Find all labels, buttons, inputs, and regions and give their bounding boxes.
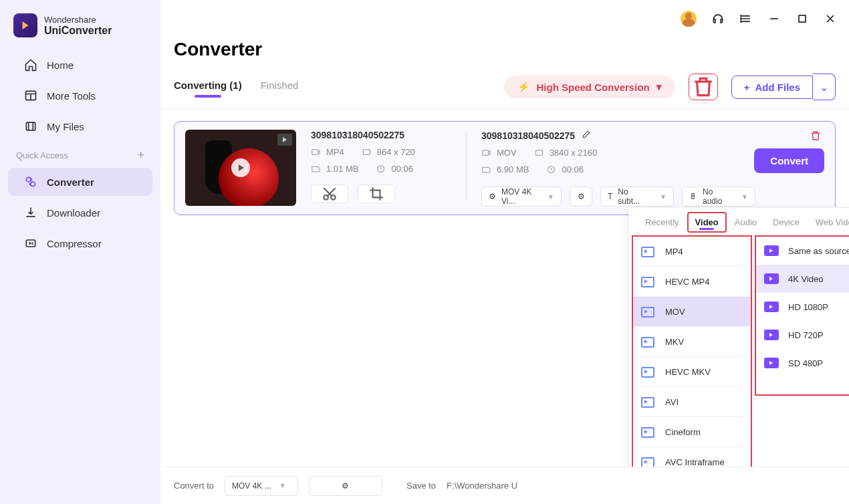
folder-icon bbox=[24, 120, 37, 133]
audio-icon: 🎚 bbox=[689, 192, 697, 201]
gear-icon: ⚙ bbox=[489, 192, 496, 201]
video-badge-icon bbox=[277, 134, 292, 146]
sidebar-item-label: Home bbox=[47, 59, 74, 71]
format-option[interactable]: MKV bbox=[633, 327, 751, 357]
convert-button[interactable]: Convert bbox=[754, 148, 824, 173]
format-option[interactable]: Cineform bbox=[633, 417, 751, 447]
tab-converting[interactable]: Converting (1) bbox=[174, 80, 242, 95]
format-icon bbox=[641, 305, 656, 318]
sidebar-item-myfiles[interactable]: My Files bbox=[8, 112, 152, 140]
subtitle-dropdown[interactable]: TNo subt...▼ bbox=[600, 186, 674, 207]
support-icon[interactable] bbox=[711, 12, 725, 25]
dp-tab-video[interactable]: Video bbox=[687, 212, 727, 233]
resolution-option[interactable]: HD 720P1280 x 720 bbox=[756, 321, 849, 349]
resolution-icon bbox=[764, 245, 779, 256]
svg-rect-1 bbox=[26, 122, 35, 130]
tab-finished[interactable]: Finished bbox=[261, 80, 299, 95]
video-icon bbox=[311, 147, 321, 157]
source-info: 309810318040502275 MP4 864 x 720 1.01 MB… bbox=[311, 130, 451, 203]
menu-icon[interactable] bbox=[739, 12, 753, 25]
format-list: MP4 HEVC MP4 MOV MKV HEVC MKV AVI Cinefo… bbox=[632, 235, 752, 479]
gear-icon: ⚙ bbox=[342, 481, 349, 491]
sidebar-item-label: More Tools bbox=[47, 90, 96, 102]
svg-rect-9 bbox=[312, 150, 318, 155]
chevron-down-icon: ▼ bbox=[548, 193, 554, 201]
brand-line1: Wondershare bbox=[44, 15, 112, 25]
dp-tab-device[interactable]: Device bbox=[765, 212, 808, 233]
output-filename: 309810318040502275 bbox=[481, 130, 575, 141]
save-to-label: Save to bbox=[406, 481, 436, 491]
format-icon bbox=[641, 275, 656, 287]
sidebar-item-compressor[interactable]: Compressor bbox=[8, 229, 152, 257]
format-selector-panel: Recently Video Audio Device Web Video 🔍S… bbox=[628, 207, 849, 482]
sidebar-item-converter[interactable]: Converter bbox=[8, 168, 152, 196]
gear-icon: ⚙ bbox=[578, 192, 585, 201]
titlebar bbox=[681, 11, 837, 27]
compress-icon bbox=[24, 237, 37, 250]
settings-button[interactable]: ⚙ bbox=[570, 186, 592, 207]
format-icon bbox=[641, 396, 656, 408]
add-quick-icon[interactable]: + bbox=[137, 148, 144, 162]
chevron-down-icon: ▼ bbox=[660, 193, 666, 201]
resolution-option[interactable]: HD 1080P1920 x 1080 bbox=[756, 293, 849, 321]
resolution-icon bbox=[764, 358, 779, 368]
footer-format-dropdown[interactable]: MOV 4K ...▼ bbox=[225, 476, 298, 496]
download-icon bbox=[24, 206, 37, 219]
resolution-icon bbox=[764, 273, 779, 284]
format-option[interactable]: HEVC MP4 bbox=[633, 267, 751, 297]
svg-rect-14 bbox=[483, 150, 489, 156]
save-path[interactable]: F:\Wondershare U bbox=[447, 481, 517, 491]
resolution-option[interactable]: SD 480P640 x 480 bbox=[756, 349, 849, 377]
format-dropdown[interactable]: ⚙MOV 4K Vi...▼ bbox=[481, 186, 562, 207]
maximize-icon[interactable] bbox=[796, 12, 809, 25]
svg-point-7 bbox=[741, 21, 742, 22]
dp-tab-webvideo[interactable]: Web Video bbox=[808, 212, 849, 233]
audio-dropdown[interactable]: 🎚No audio▼ bbox=[682, 186, 755, 207]
add-files-group: + Add Files ⌄ bbox=[731, 74, 836, 100]
bolt-icon: ⚡ bbox=[517, 81, 530, 93]
resolution-option[interactable]: 4K Video3840 x 2160 bbox=[756, 265, 849, 293]
trim-button[interactable] bbox=[311, 184, 348, 203]
dp-tab-audio[interactable]: Audio bbox=[727, 212, 765, 233]
edit-name-icon[interactable] bbox=[582, 130, 591, 139]
chevron-down-icon: ▼ bbox=[741, 193, 748, 201]
svg-rect-8 bbox=[799, 15, 806, 22]
play-icon[interactable] bbox=[231, 158, 250, 177]
clock-icon bbox=[376, 164, 386, 174]
delete-file-button[interactable] bbox=[810, 130, 822, 144]
format-icon bbox=[641, 366, 656, 378]
dp-tab-recently[interactable]: Recently bbox=[637, 212, 687, 233]
sidebar-item-moretools[interactable]: More Tools bbox=[8, 82, 152, 110]
minimize-icon[interactable] bbox=[767, 12, 781, 25]
convert-to-label: Convert to bbox=[174, 481, 214, 491]
resolution-option[interactable]: Same as sourceAuto bbox=[756, 237, 849, 265]
chevron-down-icon: ⌄ bbox=[820, 81, 828, 94]
chevron-down-icon: ▾ bbox=[656, 81, 662, 93]
converter-icon bbox=[24, 175, 37, 188]
resolution-icon bbox=[764, 330, 779, 340]
grid-icon bbox=[24, 89, 37, 102]
sidebar-item-label: Downloader bbox=[47, 207, 100, 219]
sidebar-item-label: Converter bbox=[47, 176, 94, 188]
format-option[interactable]: HEVC MKV bbox=[633, 357, 751, 387]
crop-button[interactable] bbox=[358, 184, 395, 203]
sidebar-item-downloader[interactable]: Downloader bbox=[8, 199, 152, 227]
svg-rect-10 bbox=[363, 150, 370, 155]
add-files-button[interactable]: + Add Files bbox=[731, 76, 813, 99]
format-option[interactable]: MP4 bbox=[633, 237, 751, 267]
size-icon bbox=[311, 164, 321, 174]
format-option[interactable]: AVI bbox=[633, 387, 751, 417]
video-thumbnail[interactable] bbox=[185, 130, 296, 206]
user-avatar[interactable] bbox=[681, 11, 697, 27]
footer-settings-button[interactable]: ⚙ bbox=[309, 476, 382, 496]
toolbar: Converting (1) Finished ⚡ High Speed Con… bbox=[160, 74, 849, 109]
logo-icon bbox=[13, 13, 37, 37]
close-icon[interactable] bbox=[824, 12, 837, 25]
delete-all-button[interactable] bbox=[689, 74, 718, 100]
sidebar-item-home[interactable]: Home bbox=[8, 51, 152, 79]
add-files-dropdown[interactable]: ⌄ bbox=[813, 74, 836, 100]
format-option[interactable]: MOV bbox=[633, 297, 751, 327]
format-icon bbox=[641, 336, 656, 348]
high-speed-toggle[interactable]: ⚡ High Speed Conversion ▾ bbox=[504, 76, 675, 98]
size-icon bbox=[481, 164, 491, 174]
